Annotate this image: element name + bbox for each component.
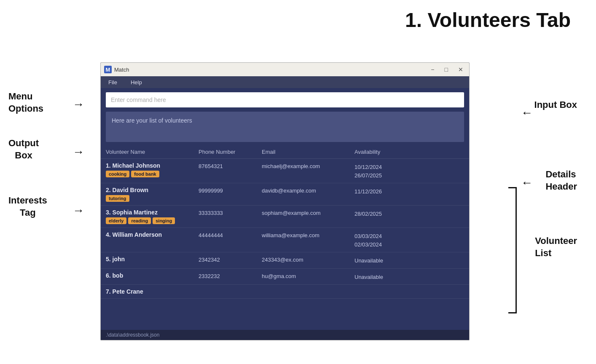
cell-phone-5: 2332232 xyxy=(199,272,262,279)
cell-email-2: sophiam@example.com xyxy=(262,209,354,216)
cell-email-0: michaelj@example.com xyxy=(262,162,354,169)
volunteer-name-2: 3. Sophia Martinez xyxy=(106,209,199,216)
statusbar: .\data\addressbook.json xyxy=(101,330,469,340)
cell-availability-4: Unavailable xyxy=(354,256,430,265)
cell-phone-0: 87654321 xyxy=(199,162,262,169)
cell-phone-3: 44444444 xyxy=(199,231,262,238)
table-row[interactable]: 4. William Anderson44444444williama@exam… xyxy=(101,228,469,252)
cell-volunteer-name-5: 6. bob xyxy=(106,272,199,279)
tags-row-0: cookingfood bank xyxy=(106,171,199,177)
volunteer-name-4: 5. john xyxy=(106,256,199,262)
annotation-volunteer-list: VolunteerList xyxy=(535,235,577,259)
output-text: Here are your list of volunteers xyxy=(112,117,192,124)
app-icon: M xyxy=(104,66,112,73)
volunteer-name-3: 4. William Anderson xyxy=(106,231,199,238)
interest-tag: reading xyxy=(128,217,151,224)
cell-email-3: williama@example.com xyxy=(262,231,354,238)
table-row[interactable]: 2. David Browntutoring99999999davidb@exa… xyxy=(101,183,469,206)
cell-availability-1: 11/12/2026 xyxy=(354,187,430,196)
app-window: M Match − □ ✕ File Help Here are your li… xyxy=(100,62,470,340)
cell-volunteer-name-6: 7. Pete Crane xyxy=(106,288,199,295)
volunteer-table: Volunteer Name Phone Number Email Availa… xyxy=(101,145,469,330)
table-body: 1. Michael Johnsoncookingfood bank876543… xyxy=(101,159,469,330)
arrow-details-header: ← xyxy=(521,176,533,190)
titlebar-controls: − □ ✕ xyxy=(428,65,466,74)
cell-availability-0: 10/12/2024 26/07/2025 xyxy=(354,162,430,179)
cell-availability-3: 03/03/2024 02/03/2024 xyxy=(354,231,430,249)
table-header: Volunteer Name Phone Number Email Availa… xyxy=(101,145,469,159)
tags-row-1: tutoring xyxy=(106,195,199,202)
window-title: Match xyxy=(114,67,428,73)
arrow-output-box: → xyxy=(72,145,84,159)
col-phone: Phone Number xyxy=(199,149,262,155)
cell-volunteer-name-3: 4. William Anderson xyxy=(106,231,199,238)
table-row[interactable]: 5. john2342342243343@ex.comUnavailable xyxy=(101,252,469,269)
annotation-input-box: Input Box xyxy=(534,99,577,111)
cell-email-5: hu@gma.com xyxy=(262,272,354,279)
input-area xyxy=(101,88,469,112)
interest-tag: food bank xyxy=(131,171,159,177)
interest-tag: elderly xyxy=(106,217,126,224)
cell-phone-4: 2342342 xyxy=(199,256,262,263)
annotation-output-box: OutputBox xyxy=(8,137,39,161)
page-title: 1. Volunteers Tab xyxy=(0,0,596,36)
volunteer-name-1: 2. David Brown xyxy=(106,187,199,193)
cell-volunteer-name-1: 2. David Browntutoring xyxy=(106,187,199,202)
cell-phone-1: 99999999 xyxy=(199,187,262,194)
volunteer-list-bracket xyxy=(508,187,517,313)
cell-volunteer-name-2: 3. Sophia Martinezelderlyreadingsinging xyxy=(106,209,199,224)
annotation-menu-options: Menu Options xyxy=(8,91,43,115)
menubar: File Help xyxy=(101,76,469,88)
cell-email-1: davidb@example.com xyxy=(262,187,354,194)
menu-file[interactable]: File xyxy=(106,78,120,86)
col-email: Email xyxy=(262,149,354,155)
cell-volunteer-name-4: 5. john xyxy=(106,256,199,262)
cell-availability-2: 28/02/2025 xyxy=(354,209,430,218)
command-input[interactable] xyxy=(106,92,464,107)
arrow-input-box: ← xyxy=(521,106,533,120)
maximize-button[interactable]: □ xyxy=(442,65,451,74)
col-avail: Availability xyxy=(354,149,430,155)
cell-availability-6 xyxy=(354,288,430,289)
arrow-interests-tag: → xyxy=(72,204,84,217)
cell-volunteer-name-0: 1. Michael Johnsoncookingfood bank xyxy=(106,162,199,177)
interest-tag: singing xyxy=(153,217,175,224)
table-row[interactable]: 6. bob2332232hu@gma.comUnavailable xyxy=(101,269,469,285)
arrow-menu-options: → xyxy=(72,98,84,111)
cell-email-4: 243343@ex.com xyxy=(262,256,354,263)
cell-availability-5: Unavailable xyxy=(354,272,430,281)
menu-help[interactable]: Help xyxy=(128,78,145,86)
annotation-details-header: DetailsHeader xyxy=(545,169,577,193)
volunteer-name-5: 6. bob xyxy=(106,272,199,279)
interest-tag: tutoring xyxy=(106,195,129,202)
cell-phone-2: 33333333 xyxy=(199,209,262,216)
close-button[interactable]: ✕ xyxy=(456,65,466,74)
cell-email-6 xyxy=(262,288,354,289)
minimize-button[interactable]: − xyxy=(428,65,437,74)
table-row[interactable]: 7. Pete Crane xyxy=(101,285,469,299)
volunteer-name-6: 7. Pete Crane xyxy=(106,288,199,295)
titlebar: M Match − □ ✕ xyxy=(101,63,469,76)
statusbar-path: .\data\addressbook.json xyxy=(106,332,159,338)
tags-row-2: elderlyreadingsinging xyxy=(106,217,199,224)
table-row[interactable]: 3. Sophia Martinezelderlyreadingsinging3… xyxy=(101,206,469,228)
output-box: Here are your list of volunteers xyxy=(106,112,464,142)
table-row[interactable]: 1. Michael Johnsoncookingfood bank876543… xyxy=(101,159,469,183)
col-name: Volunteer Name xyxy=(106,149,199,155)
interest-tag: cooking xyxy=(106,171,129,177)
volunteer-name-0: 1. Michael Johnson xyxy=(106,162,199,169)
annotation-interests-tag: InterestsTag xyxy=(8,195,47,219)
cell-phone-6 xyxy=(199,288,262,289)
